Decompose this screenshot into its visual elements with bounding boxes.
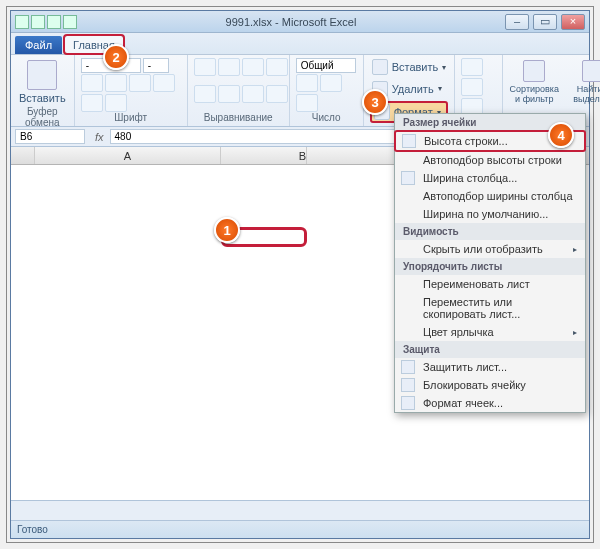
align-left-button[interactable] (194, 85, 216, 103)
qat-save-icon[interactable] (31, 15, 45, 29)
auto-row-height-item[interactable]: Автоподбор высоты строки (395, 151, 585, 169)
sort-icon (523, 60, 545, 82)
dropdown-section: Видимость (395, 223, 585, 240)
col-width-item[interactable]: Ширина столбца... (395, 169, 585, 187)
window-title: 9991.xlsx - Microsoft Excel (77, 16, 505, 28)
row-height-icon (402, 134, 416, 148)
align-right-button[interactable] (242, 85, 264, 103)
border-button[interactable] (153, 74, 175, 92)
italic-button[interactable] (105, 74, 127, 92)
annotation-badge-1: 1 (214, 217, 240, 243)
insert-icon (372, 59, 388, 75)
select-all-corner[interactable] (11, 147, 35, 164)
status-bar: Готово (11, 520, 589, 538)
dropdown-section: Упорядочить листы (395, 258, 585, 275)
find-icon (582, 60, 600, 82)
auto-col-width-item[interactable]: Автоподбор ширины столбца (395, 187, 585, 205)
find-select-button[interactable]: Найти и выделить (571, 58, 600, 106)
comma-button[interactable] (296, 94, 318, 112)
font-size-select[interactable]: - (143, 58, 169, 73)
col-header[interactable]: B (221, 147, 307, 164)
protect-sheet-item[interactable]: Защитить лист... (395, 358, 585, 376)
annotation-badge-4: 4 (548, 122, 574, 148)
align-center-button[interactable] (218, 85, 240, 103)
rename-sheet-item[interactable]: Переименовать лист (395, 275, 585, 293)
annotation-badge-3: 3 (362, 89, 388, 115)
maximize-button[interactable]: ▭ (533, 14, 557, 30)
dropdown-section: Защита (395, 341, 585, 358)
tab-color-item[interactable]: Цвет ярлычка▸ (395, 323, 585, 341)
name-box[interactable]: B6 (15, 129, 85, 144)
insert-cells-button[interactable]: Вставить▾ (370, 58, 449, 76)
app-icon (15, 15, 29, 29)
fill-color-button[interactable] (81, 94, 103, 112)
qat-redo-icon[interactable] (63, 15, 77, 29)
hide-show-item[interactable]: Скрыть или отобразить▸ (395, 240, 585, 258)
lock-cell-item[interactable]: Блокировать ячейку (395, 376, 585, 394)
autosum-button[interactable] (461, 58, 483, 76)
percent-button[interactable] (320, 74, 342, 92)
col-header[interactable]: A (35, 147, 221, 164)
titlebar: 9991.xlsx - Microsoft Excel – ▭ × (11, 11, 589, 33)
close-button[interactable]: × (561, 14, 585, 30)
font-color-button[interactable] (105, 94, 127, 112)
sheet-tabs (11, 500, 589, 520)
fx-icon[interactable]: fx (89, 131, 110, 143)
annotation-badge-2: 2 (103, 44, 129, 70)
underline-button[interactable] (129, 74, 151, 92)
number-format-select[interactable]: Общий (296, 58, 356, 73)
ribbon-tabs: Файл Главная (11, 33, 589, 55)
merge-button[interactable] (266, 85, 288, 103)
sort-filter-button[interactable]: Сортировка и фильтр (509, 58, 559, 106)
protect-icon (401, 360, 415, 374)
wrap-button[interactable] (266, 58, 288, 76)
format-cells-icon (401, 396, 415, 410)
move-copy-sheet-item[interactable]: Переместить или скопировать лист... (395, 293, 585, 323)
default-width-item[interactable]: Ширина по умолчанию... (395, 205, 585, 223)
align-bot-button[interactable] (242, 58, 264, 76)
file-tab[interactable]: Файл (15, 36, 62, 54)
currency-button[interactable] (296, 74, 318, 92)
align-top-button[interactable] (194, 58, 216, 76)
lock-icon (401, 378, 415, 392)
format-dropdown-menu: Размер ячейки Высота строки... Автоподбо… (394, 113, 586, 413)
qat-undo-icon[interactable] (47, 15, 61, 29)
format-cells-item[interactable]: Формат ячеек... (395, 394, 585, 412)
minimize-button[interactable]: – (505, 14, 529, 30)
align-mid-button[interactable] (218, 58, 240, 76)
bold-button[interactable] (81, 74, 103, 92)
clipboard-icon (27, 60, 57, 90)
paste-button[interactable]: Вставить (17, 58, 68, 106)
col-width-icon (401, 171, 415, 185)
fill-button[interactable] (461, 78, 483, 96)
